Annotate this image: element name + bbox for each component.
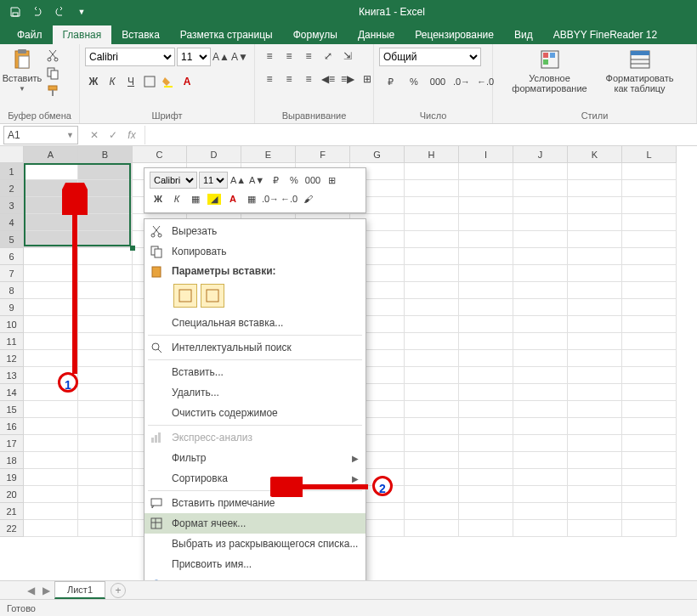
cell-I4[interactable] — [459, 214, 513, 231]
cell-L18[interactable] — [622, 452, 677, 469]
mini-border2-icon[interactable]: ▦ — [243, 191, 260, 206]
number-format-select[interactable]: Общий — [379, 48, 481, 66]
row-header-6[interactable]: 6 — [0, 248, 24, 265]
enter-formula-icon[interactable]: ✓ — [105, 127, 121, 143]
cell-B15[interactable] — [78, 401, 133, 418]
cell-H9[interactable] — [405, 299, 459, 316]
currency-icon[interactable]: ₽ — [379, 73, 401, 90]
row-header-16[interactable]: 16 — [0, 418, 24, 435]
ctx-copy[interactable]: Копировать — [144, 241, 366, 262]
ctx-smart-lookup[interactable]: Интеллектуальный поиск — [144, 337, 366, 358]
row-header-5[interactable]: 5 — [0, 231, 24, 248]
mini-bold[interactable]: Ж — [150, 191, 167, 206]
cell-I5[interactable] — [459, 231, 513, 248]
cell-L14[interactable] — [622, 384, 677, 401]
cell-K19[interactable] — [568, 469, 622, 486]
cell-L6[interactable] — [622, 248, 677, 265]
row-header-22[interactable]: 22 — [0, 520, 24, 537]
col-header-L[interactable]: L — [622, 146, 677, 163]
align-bottom-icon[interactable]: ≡ — [299, 48, 318, 65]
cell-J1[interactable] — [513, 163, 568, 180]
cell-K15[interactable] — [568, 401, 622, 418]
mini-decimal-dec-icon[interactable]: ←.0 — [280, 191, 298, 206]
row-header-9[interactable]: 9 — [0, 299, 24, 316]
col-header-J[interactable]: J — [513, 146, 568, 163]
cell-A22[interactable] — [24, 520, 78, 537]
cell-L10[interactable] — [622, 316, 677, 333]
align-center-icon[interactable]: ≡ — [280, 71, 298, 88]
cell-K13[interactable] — [568, 367, 622, 384]
cell-I3[interactable] — [459, 197, 513, 214]
cell-J16[interactable] — [513, 418, 568, 435]
col-header-I[interactable]: I — [459, 146, 513, 163]
cell-I20[interactable] — [459, 486, 513, 503]
increase-font-icon[interactable]: A▲ — [212, 48, 230, 65]
mini-decrease-font-icon[interactable]: A▼ — [248, 172, 265, 188]
tab-review[interactable]: Рецензирование — [405, 25, 504, 44]
mini-fill-color-icon[interactable]: ◢ — [206, 191, 223, 206]
cell-H4[interactable] — [405, 214, 459, 231]
cell-H13[interactable] — [405, 367, 459, 384]
mini-currency-icon[interactable]: ₽ — [267, 172, 284, 188]
tab-file[interactable]: Файл — [7, 25, 53, 44]
cell-L22[interactable] — [622, 520, 677, 537]
cell-H6[interactable] — [405, 248, 459, 265]
cell-L16[interactable] — [622, 418, 677, 435]
cell-J15[interactable] — [513, 401, 568, 418]
cell-K22[interactable] — [568, 520, 622, 537]
col-header-C[interactable]: C — [133, 146, 187, 163]
row-header-3[interactable]: 3 — [0, 197, 24, 214]
font-name-select[interactable]: Calibri — [85, 48, 175, 66]
row-header-11[interactable]: 11 — [0, 333, 24, 350]
conditional-formatting-button[interactable]: Условное форматирование — [512, 48, 588, 93]
cell-H18[interactable] — [405, 452, 459, 469]
copy-button[interactable] — [44, 65, 61, 81]
ctx-delete[interactable]: Удалить... — [144, 382, 366, 403]
redo-button[interactable] — [49, 3, 70, 21]
cell-B22[interactable] — [78, 520, 133, 537]
tab-finereader[interactable]: ABBYY FineReader 12 — [543, 25, 668, 44]
cell-K8[interactable] — [568, 282, 622, 299]
col-header-E[interactable]: E — [241, 146, 296, 163]
sheet-tab-1[interactable]: Лист1 — [54, 581, 105, 599]
format-as-table-button[interactable]: Форматировать как таблицу — [602, 48, 678, 93]
cell-I19[interactable] — [459, 469, 513, 486]
ctx-paste-special[interactable]: Специальная вставка... — [144, 313, 366, 333]
cell-J4[interactable] — [513, 214, 568, 231]
cell-K2[interactable] — [568, 180, 622, 197]
cell-I2[interactable] — [459, 180, 513, 197]
tab-page-layout[interactable]: Разметка страницы — [170, 25, 283, 44]
mini-font-size[interactable]: 11 — [199, 172, 228, 189]
ctx-pick-from-dropdown[interactable]: Выбрать из раскрывающегося списка... — [144, 534, 366, 554]
increase-indent-icon[interactable]: ≡▶ — [338, 71, 357, 88]
align-top-icon[interactable]: ≡ — [260, 48, 279, 65]
qat-customize-button[interactable]: ▼ — [71, 3, 92, 21]
cell-B14[interactable] — [78, 384, 133, 401]
border-button[interactable] — [141, 73, 158, 90]
cell-K17[interactable] — [568, 435, 622, 452]
ctx-cut[interactable]: Вырезать — [144, 221, 366, 241]
percent-icon[interactable]: % — [403, 73, 425, 90]
cell-I6[interactable] — [459, 248, 513, 265]
cell-K11[interactable] — [568, 333, 622, 350]
cell-H21[interactable] — [405, 503, 459, 520]
format-painter-button[interactable] — [44, 83, 61, 99]
cell-I17[interactable] — [459, 435, 513, 452]
col-header-B[interactable]: B — [78, 146, 133, 163]
row-header-21[interactable]: 21 — [0, 503, 24, 520]
cell-B18[interactable] — [78, 452, 133, 469]
sheet-nav-prev[interactable]: ◀ — [24, 585, 37, 596]
cell-K14[interactable] — [568, 384, 622, 401]
select-all-corner[interactable] — [0, 146, 24, 163]
cell-I7[interactable] — [459, 265, 513, 282]
row-header-14[interactable]: 14 — [0, 384, 24, 401]
row-header-17[interactable]: 17 — [0, 435, 24, 452]
mini-format-painter-icon[interactable]: 🖌 — [299, 191, 316, 206]
mini-increase-font-icon[interactable]: A▲ — [230, 172, 246, 188]
cell-J18[interactable] — [513, 452, 568, 469]
cell-J11[interactable] — [513, 333, 568, 350]
cell-K16[interactable] — [568, 418, 622, 435]
cell-I15[interactable] — [459, 401, 513, 418]
cell-L17[interactable] — [622, 435, 677, 452]
cell-J6[interactable] — [513, 248, 568, 265]
